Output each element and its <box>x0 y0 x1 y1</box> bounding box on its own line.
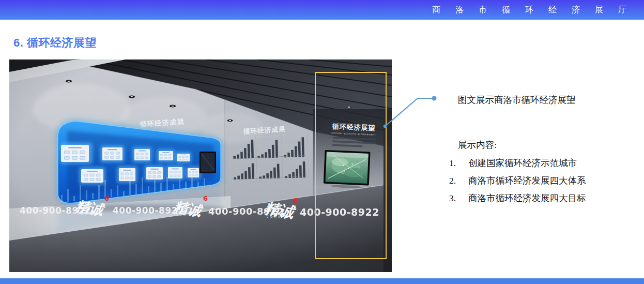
list-item: 2. 商洛市循环经济发展四大体系 <box>458 175 586 186</box>
list-item-number: 1. <box>449 158 468 168</box>
callout-connector <box>382 94 440 131</box>
content-block: 展示内容: 1. 创建国家循环经济示范城市 2. 商洛市循环经济发展四大体系 3… <box>458 140 586 211</box>
list-item-number: 3. <box>449 193 468 203</box>
highlight-box <box>315 72 387 259</box>
svg-text:文化科技: 文化科技 <box>266 215 282 219</box>
list-item-number: 2. <box>449 175 468 186</box>
list-item: 1. 创建国家循环经济示范城市 <box>458 158 586 168</box>
list-item-text: 商洛市循环经济发展四大体系 <box>468 175 586 186</box>
list-item-text: 商洛市循环经济发展四大目标 <box>468 193 586 203</box>
app-title: 商洛市循环经济展厅 <box>432 0 641 20</box>
svg-text:文化科技: 文化科技 <box>77 212 93 216</box>
top-header-bar: 商洛市循环经济展厅 <box>0 0 644 20</box>
content-list: 1. 创建国家循环经济示范城市 2. 商洛市循环经济发展四大体系 3. 商洛市循… <box>458 158 586 203</box>
list-item: 3. 商洛市循环经济发展四大目标 <box>458 193 586 203</box>
callout-text: 图文展示商洛市循环经济展望 <box>458 94 576 106</box>
svg-text:文化科技: 文化科技 <box>176 213 191 217</box>
watermark-mark: 6 <box>203 195 208 202</box>
section-heading: 6. 循环经济展望 <box>13 35 97 51</box>
footer-bar <box>0 278 644 284</box>
page: 商洛市循环经济展厅 6. 循环经济展望 <box>0 0 644 284</box>
watermark-mark: 6 <box>293 197 298 204</box>
list-item-text: 创建国家循环经济示范城市 <box>468 158 577 168</box>
content-title: 展示内容: <box>458 140 586 150</box>
watermark-mark: 6 <box>104 195 109 202</box>
